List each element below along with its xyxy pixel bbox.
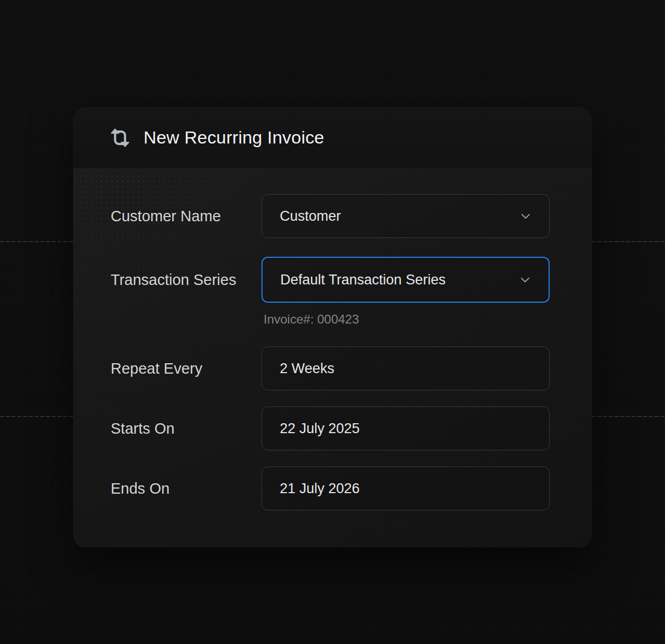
transaction-series-select[interactable]: Default Transaction Series bbox=[262, 257, 550, 303]
customer-name-value: Customer bbox=[280, 208, 518, 224]
starts-on-value: 22 July 2025 bbox=[280, 421, 533, 437]
modal-title: New Recurring Invoice bbox=[144, 127, 324, 148]
ends-on-label: Ends On bbox=[73, 480, 262, 497]
starts-on-date-input[interactable]: 22 July 2025 bbox=[262, 407, 550, 450]
app-background: New Recurring Invoice Customer Name Cust… bbox=[0, 0, 665, 644]
customer-name-select[interactable]: Customer bbox=[262, 194, 550, 238]
ends-on-date-input[interactable]: 21 July 2026 bbox=[262, 467, 550, 510]
ends-on-value: 21 July 2026 bbox=[280, 481, 533, 497]
chevron-down-icon bbox=[518, 208, 533, 224]
repeat-every-value: 2 Weeks bbox=[280, 361, 533, 377]
form-row-transaction-series: Transaction Series Default Transaction S… bbox=[73, 257, 592, 327]
form-row-customer-name: Customer Name Customer bbox=[73, 194, 592, 238]
form-row-starts-on: Starts On 22 July 2025 bbox=[73, 407, 592, 450]
repeat-icon bbox=[108, 127, 132, 149]
modal-body: Customer Name Customer Transaction Serie… bbox=[73, 169, 592, 547]
transaction-series-value: Default Transaction Series bbox=[280, 272, 517, 288]
invoice-number-helper: Invoice#: 000423 bbox=[264, 312, 550, 327]
new-recurring-invoice-modal: New Recurring Invoice Customer Name Cust… bbox=[73, 107, 592, 547]
repeat-every-label: Repeat Every bbox=[73, 360, 262, 377]
starts-on-label: Starts On bbox=[73, 420, 262, 437]
form-row-repeat-every: Repeat Every 2 Weeks bbox=[73, 347, 592, 390]
transaction-series-label: Transaction Series bbox=[73, 257, 262, 303]
customer-name-label: Customer Name bbox=[73, 208, 262, 225]
modal-header: New Recurring Invoice bbox=[73, 107, 592, 169]
chevron-down-icon bbox=[517, 272, 533, 288]
form-row-ends-on: Ends On 21 July 2026 bbox=[73, 467, 592, 510]
repeat-every-input[interactable]: 2 Weeks bbox=[262, 347, 550, 390]
